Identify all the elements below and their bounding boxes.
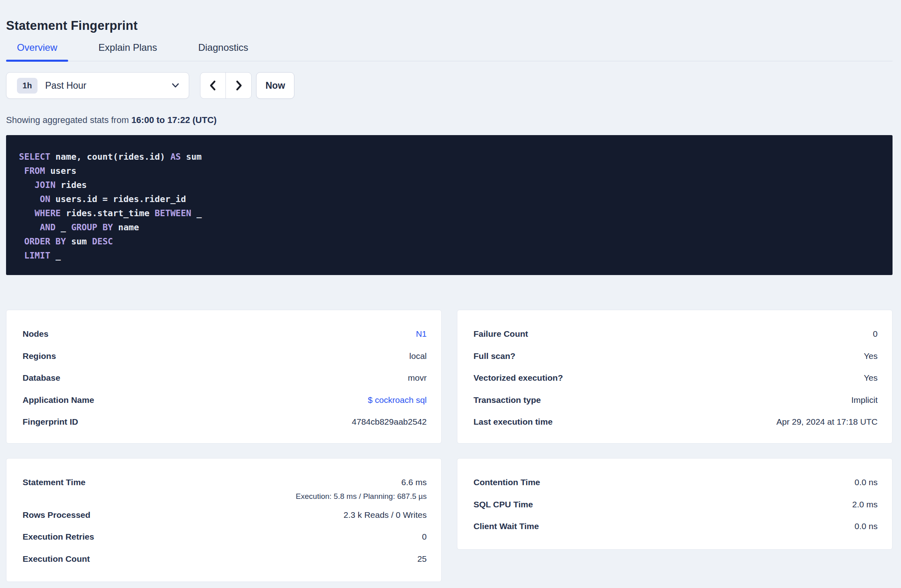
tab-label: Diagnostics [198,42,248,53]
stat-value-group: 6.6 msExecution: 5.8 ms / Planning: 687.… [296,471,427,504]
stat-row: Client Wait Time0.0 ns [473,515,878,538]
stat-row: Rows Processed2.3 k Reads / 0 Writes [23,504,427,526]
chevron-down-icon [172,83,179,88]
sql-line: FROM users [19,164,880,178]
stat-row: Statement Time6.6 msExecution: 5.8 ms / … [23,471,427,504]
caption-time-range: 16:00 to 17:22 (UTC) [131,115,217,125]
stat-label: Last execution time [473,411,553,433]
sql-keyword: GROUP BY [71,222,113,232]
stat-value: 25 [417,548,427,570]
sql-keyword: ON [40,194,50,204]
stat-label: Database [23,367,60,389]
stat-value: 0 [873,323,878,345]
stat-value-group: Apr 29, 2024 at 17:18 UTC [776,411,878,433]
stat-row: Execution Count25 [23,548,427,570]
stat-row: SQL CPU Time2.0 ms [473,494,878,516]
stat-value-group: 4784cb829aab2542 [352,411,427,433]
tab-label: Overview [17,42,57,53]
time-range-dropdown[interactable]: 1h Past Hour [6,72,189,99]
wait-times-card: Contention Time0.0 nsSQL CPU Time2.0 msC… [457,458,893,550]
execution-attributes-card: Failure Count0Full scan?YesVectorized ex… [457,310,893,444]
stat-label: Full scan? [473,345,515,367]
stat-value-group: 0.0 ns [855,515,878,538]
stat-value: Yes [864,367,878,389]
now-button[interactable]: Now [256,72,294,99]
stat-value: 2.0 ms [852,494,878,516]
statement-times-card: Statement Time6.6 msExecution: 5.8 ms / … [6,458,442,582]
stat-value: Apr 29, 2024 at 17:18 UTC [776,411,878,433]
sql-keyword: WHERE [35,208,61,218]
stat-label: Execution Retries [23,526,94,548]
sql-keyword: ORDER BY [24,236,66,246]
stat-label: Execution Count [23,548,90,570]
page-title: Statement Fingerprint [6,19,893,33]
sql-line: LIMIT _ [19,248,880,263]
stat-value-group: 0 [422,526,427,548]
stat-value-link[interactable]: N1 [416,329,427,338]
previous-time-window-button[interactable] [200,73,226,98]
stat-value-group: N1 [416,323,427,345]
stat-label: Rows Processed [23,504,90,526]
stat-row: Full scan?Yes [473,345,878,367]
tab-bar: OverviewExplain PlansDiagnostics [6,42,893,61]
stat-value-link[interactable]: $ cockroach sql [368,395,427,405]
chevron-left-icon [208,80,218,91]
sql-text: rides.start_time [61,208,155,218]
stat-value-group: 25 [417,548,427,570]
stat-value: 2.3 k Reads / 0 Writes [344,504,427,526]
stat-row: Vectorized execution?Yes [473,367,878,389]
sql-keyword: BETWEEN [155,208,192,218]
stat-value-group: Yes [864,367,878,389]
stat-label: Application Name [23,389,94,411]
sql-line: ON users.id = rides.rider_id [19,192,880,206]
stat-row: Last execution timeApr 29, 2024 at 17:18… [473,411,878,433]
stat-row: Failure Count0 [473,323,878,345]
stat-label: Failure Count [473,323,528,345]
sql-keyword: FROM [24,166,45,176]
sql-line: ORDER BY sum DESC [19,234,880,248]
sql-text: name [113,222,139,232]
tab-label: Explain Plans [98,42,157,53]
caption-prefix: Showing aggregated stats from [6,115,131,125]
sql-statement-box: SELECT name, count(rides.id) AS sum FROM… [6,135,893,275]
stat-row: NodesN1 [23,323,427,345]
tab-overview[interactable]: Overview [6,42,68,61]
sql-text [19,250,24,261]
stat-row: Regionslocal [23,345,427,367]
sql-text: users.id = rides.rider_id [50,194,186,204]
sql-keyword: LIMIT [24,250,50,261]
stat-value: Implicit [851,389,878,411]
stat-row: Execution Retries0 [23,526,427,548]
sql-text [19,166,24,176]
tab-diagnostics[interactable]: Diagnostics [187,42,259,61]
time-range-badge: 1h [17,78,38,94]
sql-text [19,236,24,246]
cards-row-bottom: Statement Time6.6 msExecution: 5.8 ms / … [6,458,893,582]
sql-text [19,180,35,190]
sql-text: users [45,166,77,176]
aggregated-stats-caption: Showing aggregated stats from 16:00 to 1… [6,115,893,125]
stat-value-group: Yes [864,345,878,367]
next-time-window-button[interactable] [226,73,251,98]
stat-label: Transaction type [473,389,541,411]
sql-text: _ [50,250,61,261]
stat-row: Databasemovr [23,367,427,389]
stat-label: Contention Time [473,471,540,494]
stat-value: 6.6 ms [296,471,427,494]
sql-keyword: JOIN [35,180,56,190]
stat-label: Fingerprint ID [23,411,78,433]
sql-text: sum [66,236,92,246]
sql-text: rides [56,180,87,190]
stat-value-group: local [409,345,427,367]
tab-explain-plans[interactable]: Explain Plans [88,42,168,61]
stat-label: Vectorized execution? [473,367,563,389]
sql-keyword: AS [170,152,181,162]
stat-value: 0.0 ns [855,515,878,538]
sql-text: _ [56,222,71,232]
stat-value-group: Implicit [851,389,878,411]
cards-row-top: NodesN1RegionslocalDatabasemovrApplicati… [6,310,893,444]
stat-value-group: 2.0 ms [852,494,878,516]
sql-keyword: DESC [92,236,113,246]
time-range-label: Past Hour [45,80,86,91]
stat-label: SQL CPU Time [473,494,533,516]
